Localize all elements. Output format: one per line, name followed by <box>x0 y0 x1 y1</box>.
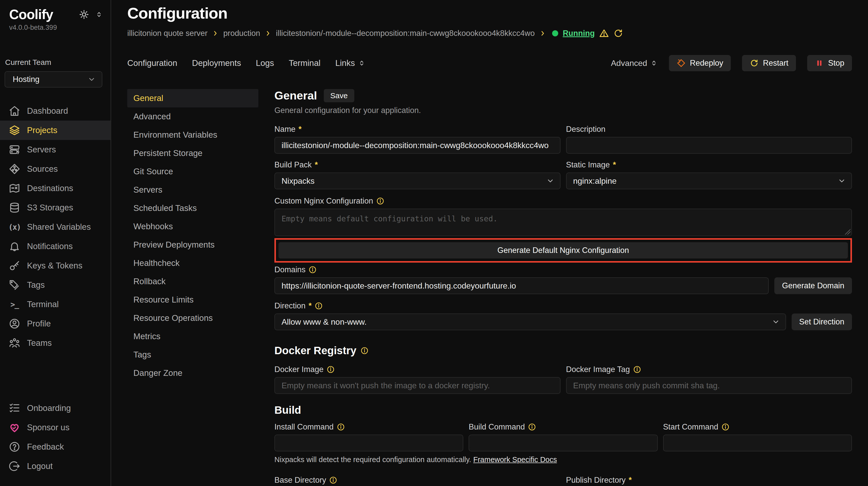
subnav-danger-zone[interactable]: Danger Zone <box>127 364 258 382</box>
docker-image-input[interactable] <box>274 377 560 394</box>
breadcrumb-application[interactable]: illicitestonion/-module--decomposition:m… <box>276 29 535 38</box>
bell-icon <box>9 240 20 252</box>
subnav-webhooks[interactable]: Webhooks <box>127 217 258 236</box>
save-button[interactable]: Save <box>324 89 354 102</box>
restart-icon <box>750 59 759 68</box>
sidebar-item-keys-tokens[interactable]: Keys & Tokens <box>0 256 111 275</box>
sidebar-item-notifications[interactable]: Notifications <box>0 237 111 256</box>
subnav-rollback[interactable]: Rollback <box>127 272 258 291</box>
info-icon[interactable] <box>528 423 536 431</box>
info-icon[interactable] <box>315 302 323 310</box>
subnav-healthcheck[interactable]: Healthcheck <box>127 254 258 272</box>
static-image-select[interactable]: nginx:alpine <box>566 172 852 189</box>
sidebar-item-feedback[interactable]: Feedback <box>0 437 111 456</box>
info-icon[interactable] <box>376 197 384 205</box>
sidebar-item-label: Servers <box>27 145 56 155</box>
page-title: Configuration <box>127 5 852 22</box>
tab-terminal[interactable]: Terminal <box>289 58 320 68</box>
tab-deployments[interactable]: Deployments <box>192 58 241 68</box>
subnav-general[interactable]: General <box>127 89 258 107</box>
team-select[interactable]: Hosting <box>5 71 102 88</box>
sidebar-item-projects[interactable]: Projects <box>0 121 111 140</box>
redeploy-button[interactable]: Redeploy <box>669 55 731 71</box>
direction-value: Allow www & non-www. <box>282 317 367 327</box>
start-command-input[interactable] <box>663 434 852 451</box>
install-command-input[interactable] <box>274 434 463 451</box>
refresh-icon[interactable] <box>614 29 623 38</box>
info-icon[interactable] <box>361 347 369 355</box>
breadcrumb-environment[interactable]: production <box>223 29 260 38</box>
build-pack-select[interactable]: Nixpacks <box>274 172 560 189</box>
build-heading: Build <box>274 404 301 416</box>
question-icon <box>9 441 20 453</box>
subnav-resource-operations[interactable]: Resource Operations <box>127 309 258 327</box>
subnav-environment-variables[interactable]: Environment Variables <box>127 126 258 144</box>
restart-button[interactable]: Restart <box>742 55 796 71</box>
sidebar-item-s3-storages[interactable]: S3 Storages <box>0 198 111 217</box>
info-icon[interactable] <box>721 423 730 431</box>
tab-logs[interactable]: Logs <box>256 58 274 68</box>
subnav-scheduled-tasks[interactable]: Scheduled Tasks <box>127 199 258 217</box>
sidebar-item-label: S3 Storages <box>27 203 73 213</box>
chevron-right-icon <box>212 30 219 37</box>
theme-updown-icon[interactable] <box>95 11 103 18</box>
subnav-advanced[interactable]: Advanced <box>127 107 258 126</box>
textarea-resize-handle[interactable] <box>845 229 850 235</box>
sidebar-item-teams[interactable]: Teams <box>0 333 111 353</box>
sidebar-item-servers[interactable]: Servers <box>0 140 111 159</box>
info-icon[interactable] <box>327 365 335 374</box>
subnav-git-source[interactable]: Git Source <box>127 162 258 181</box>
custom-nginx-textarea[interactable] <box>274 209 852 236</box>
stop-button[interactable]: Stop <box>807 55 852 71</box>
subnav-metrics[interactable]: Metrics <box>127 327 258 346</box>
framework-docs-link[interactable]: Framework Specific Docs <box>473 455 557 464</box>
build-pack-label: Build Pack <box>274 160 312 169</box>
sidebar-footer-nav: Onboarding Sponsor us Feedback Logout <box>0 398 111 476</box>
info-icon[interactable] <box>329 476 337 484</box>
warning-triangle-icon[interactable] <box>599 29 609 38</box>
tab-configuration[interactable]: Configuration <box>127 58 177 68</box>
sidebar: Coolify v4.0.0-beta.399 Current Team Hos… <box>0 0 111 486</box>
breadcrumb: illicitonion quote server production ill… <box>127 29 852 38</box>
subnav-servers[interactable]: Servers <box>127 181 258 199</box>
sidebar-item-dashboard[interactable]: Dashboard <box>0 101 111 121</box>
description-input[interactable] <box>566 137 852 154</box>
sidebar-item-sources[interactable]: Sources <box>0 159 111 179</box>
subnav-tags[interactable]: Tags <box>127 346 258 364</box>
advanced-dropdown[interactable]: Advanced <box>611 59 658 68</box>
info-icon[interactable] <box>633 365 641 374</box>
docker-image-tag-input[interactable] <box>566 377 852 394</box>
sidebar-item-terminal[interactable]: >_ Terminal <box>0 295 111 314</box>
generate-default-nginx-button[interactable]: Generate Default Nginx Configuration <box>278 242 848 259</box>
sidebar-item-label: Notifications <box>27 241 73 251</box>
sidebar-item-tags[interactable]: Tags <box>0 275 111 295</box>
sidebar-item-onboarding[interactable]: Onboarding <box>0 398 111 418</box>
sidebar-item-logout[interactable]: Logout <box>0 456 111 476</box>
sidebar-item-sponsor-us[interactable]: Sponsor us <box>0 418 111 437</box>
set-direction-button[interactable]: Set Direction <box>792 314 852 330</box>
config-subnav: General Advanced Environment Variables P… <box>127 89 258 486</box>
info-icon[interactable] <box>309 266 317 274</box>
sidebar-item-profile[interactable]: Profile <box>0 314 111 333</box>
tab-links[interactable]: Links <box>335 58 366 68</box>
description-label: Description <box>566 125 606 134</box>
subnav-persistent-storage[interactable]: Persistent Storage <box>127 144 258 162</box>
status-running-link[interactable]: Running <box>563 29 595 38</box>
generate-domain-button[interactable]: Generate Domain <box>774 277 852 294</box>
sidebar-item-destinations[interactable]: Destinations <box>0 179 111 198</box>
name-input[interactable] <box>274 137 560 154</box>
chevron-right-icon <box>539 30 546 37</box>
required-marker: * <box>309 301 312 311</box>
sidebar-item-label: Terminal <box>27 299 59 309</box>
info-icon[interactable] <box>337 423 345 431</box>
subnav-preview-deployments[interactable]: Preview Deployments <box>127 236 258 254</box>
domains-input[interactable] <box>274 277 769 294</box>
sidebar-item-shared-variables[interactable]: (x) Shared Variables <box>0 217 111 237</box>
build-command-input[interactable] <box>469 434 657 451</box>
subnav-resource-limits[interactable]: Resource Limits <box>127 291 258 309</box>
required-marker: * <box>299 125 302 134</box>
sun-icon[interactable] <box>79 9 89 20</box>
direction-select[interactable]: Allow www & non-www. <box>274 314 786 330</box>
chevron-right-icon <box>265 30 271 37</box>
breadcrumb-project[interactable]: illicitonion quote server <box>127 29 208 38</box>
